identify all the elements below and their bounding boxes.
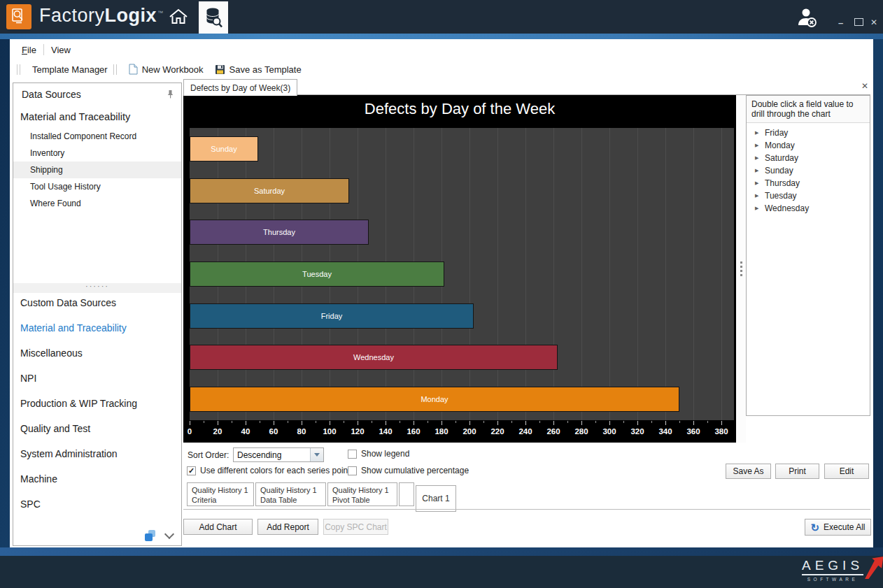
- bar-friday[interactable]: Friday: [190, 303, 474, 329]
- axis-tick-label: 160: [407, 427, 420, 436]
- aegis-arrow-icon: [865, 557, 883, 579]
- close-button[interactable]: ✕: [870, 18, 877, 27]
- bar-label: Sunday: [211, 145, 236, 153]
- dropdown-arrow-icon[interactable]: [310, 448, 323, 461]
- axis-tick: [260, 421, 260, 423]
- axis-tick-label: 100: [323, 427, 336, 436]
- axis-tick: [497, 421, 498, 425]
- template-manager-button[interactable]: Template Manager: [27, 62, 113, 77]
- expand-arrow-icon[interactable]: ▶: [755, 206, 765, 211]
- menu-file[interactable]: File: [17, 43, 41, 57]
- workbook-tab[interactable]: Quality History 1Data Table: [255, 482, 326, 506]
- save-as-button[interactable]: Save As: [726, 464, 771, 479]
- sort-order-dropdown[interactable]: Descending: [233, 447, 324, 462]
- workbook-tab[interactable]: Chart 1: [416, 485, 456, 512]
- app-window: File View Template Manager New Workbook: [10, 39, 873, 547]
- show-legend-checkbox[interactable]: [348, 450, 357, 459]
- maximize-button[interactable]: [854, 18, 863, 26]
- drill-field-item[interactable]: ▶Sunday: [747, 164, 870, 177]
- chevron-down-icon[interactable]: [164, 529, 174, 539]
- workbook-tab[interactable]: Quality History 1Criteria: [187, 482, 254, 506]
- datasource-item[interactable]: Installed Component Record: [13, 128, 181, 145]
- datasource-item[interactable]: Inventory: [13, 145, 181, 162]
- analytics-explorer-icon[interactable]: [199, 1, 228, 34]
- drill-field-item[interactable]: ▶Saturday: [747, 152, 870, 164]
- refresh-icon: ↻: [811, 522, 820, 533]
- bar-label: Thursday: [263, 228, 295, 236]
- axis-tick-label: 380: [714, 427, 728, 436]
- drill-field-item[interactable]: ▶Tuesday: [747, 189, 870, 202]
- category-item[interactable]: NPI: [13, 366, 181, 391]
- category-item[interactable]: Quality and Test: [13, 416, 181, 441]
- drill-field-item[interactable]: ▶Friday: [747, 127, 870, 139]
- datasource-item[interactable]: Tool Usage History: [13, 178, 181, 195]
- drill-field-item[interactable]: ▶Monday: [747, 139, 870, 152]
- drill-field-label: Monday: [765, 141, 795, 150]
- category-item[interactable]: Production & WIP Tracking: [13, 391, 181, 416]
- new-document-icon: [129, 64, 138, 75]
- workbook-tab[interactable]: Quality History 1Pivot Table: [327, 482, 397, 506]
- home-icon[interactable]: [167, 6, 190, 27]
- pin-icon[interactable]: [167, 89, 174, 101]
- user-logout-icon[interactable]: [795, 6, 819, 29]
- bar-tuesday[interactable]: Tuesday: [190, 261, 444, 287]
- print-button[interactable]: Print: [775, 464, 819, 479]
- workbook-tab-label: Criteria: [192, 495, 249, 505]
- bar-row: Tuesday: [190, 253, 721, 295]
- document-tab[interactable]: Defects by Day of Week(3): [183, 79, 297, 96]
- bar-thursday[interactable]: Thursday: [190, 220, 369, 245]
- category-item[interactable]: Custom Data Sources: [13, 290, 181, 315]
- close-document-icon[interactable]: ✕: [861, 81, 868, 91]
- axis-tick-label: 280: [574, 427, 588, 436]
- drill-field-item[interactable]: ▶Thursday: [747, 177, 870, 189]
- axis-tick: [539, 421, 540, 423]
- aegis-logo-text: AEGIS: [802, 558, 863, 575]
- new-workbook-button[interactable]: New Workbook: [123, 62, 209, 77]
- axis-tick: [302, 421, 302, 425]
- drill-field-item[interactable]: ▶Wednesday: [747, 202, 870, 215]
- cumulative-percentage-checkbox[interactable]: [348, 466, 357, 475]
- trademark: ™: [157, 10, 164, 16]
- add-report-button[interactable]: Add Report: [257, 519, 318, 535]
- datasource-item[interactable]: Where Found: [13, 195, 181, 212]
- axis-tick-label: 260: [546, 427, 560, 436]
- axis-tick-label: 140: [379, 427, 392, 436]
- expand-arrow-icon[interactable]: ▶: [755, 168, 765, 173]
- bar-row: Thursday: [190, 211, 721, 253]
- edit-button[interactable]: Edit: [824, 464, 869, 479]
- category-item[interactable]: Material and Traceability: [13, 315, 181, 340]
- axis-tick: [246, 421, 246, 425]
- factorylogix-logo-icon: [6, 4, 31, 29]
- datasource-section-header[interactable]: Material and Traceability: [20, 111, 130, 122]
- datasource-item[interactable]: Shipping: [13, 162, 181, 178]
- axis-tick: [581, 421, 582, 425]
- menu-view[interactable]: View: [46, 43, 76, 57]
- axis-tick: [525, 421, 526, 425]
- minimize-button[interactable]: –: [838, 18, 843, 27]
- series-colors-checkbox[interactable]: ✓: [187, 466, 196, 475]
- bar-wednesday[interactable]: Wednesday: [190, 345, 558, 370]
- category-item[interactable]: System Administration: [13, 441, 181, 466]
- layers-icon[interactable]: [145, 530, 156, 541]
- expand-arrow-icon[interactable]: ▶: [755, 180, 765, 186]
- vertical-splitter[interactable]: [736, 95, 746, 443]
- drill-hint: Double click a field value to drill thro…: [747, 96, 870, 123]
- gridline: [721, 128, 722, 420]
- bar-saturday[interactable]: Saturday: [190, 178, 349, 203]
- axis-tick-label: 40: [241, 427, 250, 436]
- workbook-tab[interactable]: [399, 482, 414, 506]
- axis-tick-label: 240: [518, 427, 532, 436]
- template-manager-label: Template Manager: [32, 64, 108, 75]
- axis-tick: [665, 421, 666, 425]
- add-chart-button[interactable]: Add Chart: [183, 519, 253, 535]
- execute-all-button[interactable]: ↻ Execute All: [805, 519, 871, 536]
- category-item[interactable]: Miscellaneous: [13, 340, 181, 366]
- expand-arrow-icon[interactable]: ▶: [755, 143, 765, 148]
- expand-arrow-icon[interactable]: ▶: [755, 193, 765, 199]
- expand-arrow-icon[interactable]: ▶: [755, 130, 765, 136]
- expand-arrow-icon[interactable]: ▶: [755, 155, 765, 161]
- bar-monday[interactable]: Monday: [190, 387, 679, 412]
- save-as-template-button[interactable]: Save as Template: [209, 62, 307, 77]
- bar-sunday[interactable]: Sunday: [190, 136, 258, 162]
- axis-tick: [358, 421, 358, 425]
